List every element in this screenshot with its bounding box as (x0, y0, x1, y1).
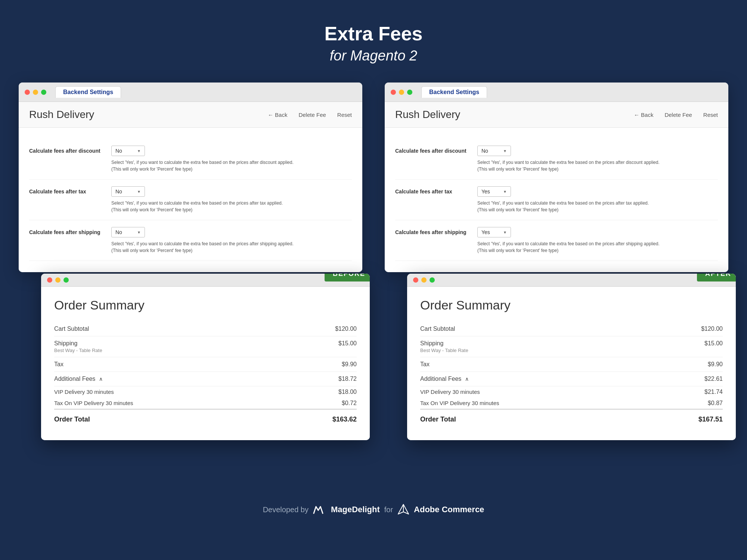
form-select-2[interactable]: Yes ▼ (477, 227, 511, 237)
form-label-2: Calculate fees after shipping (395, 227, 477, 235)
order-total-value: $167.51 (698, 416, 723, 423)
window-tab: Backend Settings (55, 86, 121, 98)
panel-before: Backend Settings Rush Delivery ← Back De… (19, 83, 362, 429)
order-row-sub-1: Best Way - Table Rate (54, 348, 102, 353)
order-row-2: Tax$9.90 (420, 357, 723, 372)
order-row-label-2: Tax (54, 361, 63, 368)
order-row-value-5: $0.72 (342, 400, 357, 407)
order-row-4: VIP Delivery 30 minutes$21.74 (420, 386, 723, 398)
order-total-row: Order Total $163.62 (54, 409, 357, 427)
form-select-0[interactable]: No ▼ (111, 146, 145, 156)
form-hint-1: Select 'Yes', if you want to calculate t… (111, 200, 352, 213)
backend-title: Rush Delivery (395, 109, 634, 121)
form-field-2: No ▼ Select 'Yes', if you want to calcul… (111, 227, 352, 254)
badge-before: BEFORE (325, 274, 370, 281)
backend-title: Rush Delivery (29, 109, 268, 121)
form-select-arrow-1: ▼ (137, 190, 141, 194)
adobe-commerce-logo-icon (397, 504, 409, 516)
back-link[interactable]: ← Back (268, 112, 288, 118)
order-row-value-3: $22.61 (704, 376, 723, 382)
order-total-row: Order Total $167.51 (420, 409, 723, 427)
order-row-label-1: ShippingBest Way - Table Rate (420, 340, 468, 353)
order-traffic-light-green (430, 277, 435, 283)
order-row-sub-1: Best Way - Table Rate (420, 348, 468, 353)
order-row-value-1: $15.00 (704, 340, 723, 347)
order-row-value-1: $15.00 (338, 340, 357, 347)
form-select-arrow-2: ▼ (137, 230, 141, 234)
form-label-1: Calculate fees after tax (395, 186, 477, 195)
form-field-0: No ▼ Select 'Yes', if you want to calcul… (111, 146, 352, 172)
order-window-after: AFTER Order SummaryCart Subtotal$120.00S… (407, 274, 736, 440)
form-field-2: Yes ▼ Select 'Yes', if you want to calcu… (477, 227, 718, 254)
order-row-value-3: $18.72 (338, 376, 357, 382)
footer-for-text: for (384, 505, 393, 514)
order-total-label: Order Total (420, 416, 456, 423)
order-row-label-5: Tax On VIP Delivery 30 minutes (420, 400, 499, 406)
order-row-label-0: Cart Subtotal (420, 326, 455, 332)
delete-fee-link[interactable]: Delete Fee (298, 112, 326, 118)
backend-window-before: Backend Settings Rush Delivery ← Back De… (19, 83, 362, 272)
footer-brand2: Adobe Commerce (414, 505, 484, 514)
traffic-light-green (407, 90, 412, 95)
order-traffic-light-yellow (55, 277, 61, 283)
footer-developed-text: Developed by (263, 505, 309, 514)
footer-brand1: MageDelight (331, 505, 380, 514)
form-row-0: Calculate fees after discount No ▼ Selec… (395, 139, 718, 180)
page-header: Extra Fees for Magento 2 (324, 22, 422, 64)
mage-delight-logo-icon (313, 505, 326, 514)
form-row-1: Calculate fees after tax No ▼ Select 'Ye… (29, 180, 352, 220)
panel-wrapper-before: Backend Settings Rush Delivery ← Back De… (19, 83, 362, 429)
form-hint-2: Select 'Yes', if you want to calculate t… (111, 240, 352, 254)
traffic-light-red (25, 90, 30, 95)
window-tab: Backend Settings (421, 86, 487, 98)
form-select-value-1: Yes (481, 189, 503, 195)
order-title: Order Summary (54, 298, 357, 312)
form-label-0: Calculate fees after discount (395, 146, 477, 154)
reset-link[interactable]: Reset (703, 112, 718, 118)
page-subtitle: for Magento 2 (324, 48, 422, 64)
order-row-label-4: VIP Delivery 30 minutes (54, 389, 114, 395)
order-row-5: Tax On VIP Delivery 30 minutes$0.72 (54, 398, 357, 409)
order-row-value-4: $21.74 (704, 389, 723, 395)
form-select-arrow-1: ▼ (503, 190, 507, 194)
form-select-value-2: No (115, 229, 137, 235)
order-row-value-0: $120.00 (335, 326, 357, 332)
form-select-value-0: No (115, 148, 137, 154)
form-select-arrow-0: ▼ (137, 149, 141, 153)
traffic-light-yellow (399, 90, 404, 95)
chevron-up-icon: ∧ (465, 376, 469, 382)
reset-link[interactable]: Reset (337, 112, 352, 118)
form-select-arrow-2: ▼ (503, 230, 507, 234)
form-select-value-0: No (481, 148, 503, 154)
order-total-label: Order Total (54, 416, 90, 423)
order-row-label-3: Additional Fees ∧ (420, 376, 469, 382)
form-select-0[interactable]: No ▼ (477, 146, 511, 156)
panels-container: Backend Settings Rush Delivery ← Back De… (19, 83, 728, 429)
form-select-1[interactable]: No ▼ (111, 186, 145, 197)
order-row-2: Tax$9.90 (54, 357, 357, 372)
order-row-label-4: VIP Delivery 30 minutes (420, 389, 480, 395)
order-traffic-light-red (47, 277, 52, 283)
footer: Developed by MageDelight for Adobe Comme… (263, 504, 484, 516)
order-row-3: Additional Fees ∧$18.72 (54, 372, 357, 386)
form-select-1[interactable]: Yes ▼ (477, 186, 511, 197)
order-row-value-2: $9.90 (708, 361, 723, 368)
order-row-label-0: Cart Subtotal (54, 326, 89, 332)
order-row-1: ShippingBest Way - Table Rate$15.00 (420, 336, 723, 357)
form-field-0: No ▼ Select 'Yes', if you want to calcul… (477, 146, 718, 172)
order-row-value-5: $0.87 (708, 400, 723, 407)
form-select-2[interactable]: No ▼ (111, 227, 145, 237)
panel-after: Backend Settings Rush Delivery ← Back De… (385, 83, 728, 429)
back-link[interactable]: ← Back (634, 112, 654, 118)
order-traffic-light-yellow (421, 277, 427, 283)
order-row-0: Cart Subtotal$120.00 (54, 322, 357, 336)
backend-actions: ← Back Delete Fee Reset (268, 112, 352, 118)
delete-fee-link[interactable]: Delete Fee (664, 112, 692, 118)
traffic-light-yellow (33, 90, 38, 95)
form-field-1: No ▼ Select 'Yes', if you want to calcul… (111, 186, 352, 213)
badge-after: AFTER (697, 274, 736, 281)
order-row-label-1: ShippingBest Way - Table Rate (54, 340, 102, 353)
order-row-label-2: Tax (420, 361, 430, 368)
order-row-0: Cart Subtotal$120.00 (420, 322, 723, 336)
order-row-1: ShippingBest Way - Table Rate$15.00 (54, 336, 357, 357)
